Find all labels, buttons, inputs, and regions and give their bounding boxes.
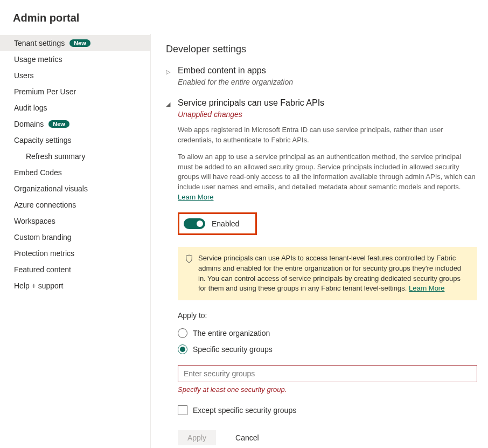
sidebar-item-protection-metrics[interactable]: Protection metrics (0, 245, 150, 261)
badge-new: New (69, 39, 90, 47)
setting-title: Embed content in apps (178, 66, 266, 75)
toggle-label: Enabled (212, 219, 239, 228)
sidebar-item-users[interactable]: Users (0, 67, 150, 84)
sidebar-item-workspaces[interactable]: Workspaces (0, 213, 150, 229)
expand-collapsed-icon: ▷ (166, 66, 173, 77)
info-box: Service principals can use APIs to acces… (178, 247, 477, 300)
description-text: Web apps registered in Microsoft Entra I… (178, 125, 477, 146)
apply-button[interactable]: Apply (178, 430, 216, 445)
radio-label: Specific security groups (193, 345, 273, 354)
sidebar-item-usage-metrics[interactable]: Usage metrics (0, 51, 150, 67)
learn-more-link[interactable]: Learn More (409, 284, 444, 292)
expand-expanded-icon: ◢ (166, 98, 173, 109)
description-text: To allow an app to use a service princip… (178, 152, 477, 203)
sidebar-item-label: Audit logs (14, 104, 47, 112)
setting-title: Service principals can use Fabric APIs (178, 98, 324, 108)
cancel-button[interactable]: Cancel (226, 430, 269, 445)
page-title: Admin portal (0, 0, 488, 34)
enabled-toggle[interactable] (184, 218, 205, 229)
sidebar-item-audit-logs[interactable]: Audit logs (0, 100, 150, 116)
sidebar-item-label: Workspaces (14, 217, 55, 225)
sidebar-item-label: Azure connections (14, 201, 76, 209)
badge-new: New (48, 120, 69, 128)
apply-to-label: Apply to: (178, 311, 477, 320)
sidebar-item-domains[interactable]: Domains New (0, 116, 150, 132)
sidebar-item-featured-content[interactable]: Featured content (0, 261, 150, 278)
shield-icon (185, 254, 193, 263)
radio-label: The entire organization (193, 329, 270, 337)
section-title: Developer settings (166, 44, 477, 55)
learn-more-link[interactable]: Learn More (178, 193, 213, 201)
sidebar-item-label: Premium Per User (14, 87, 76, 96)
sidebar-item-label: Capacity settings (14, 136, 72, 144)
sidebar-item-label: Custom branding (14, 233, 72, 242)
setting-subtitle: Enabled for the entire organization (178, 78, 477, 86)
radio-specific-security-groups[interactable]: Specific security groups (178, 341, 477, 357)
sidebar-item-label: Embed Codes (14, 168, 62, 177)
enabled-toggle-highlight: Enabled (178, 212, 257, 235)
checkbox-label: Except specific security groups (193, 406, 296, 415)
sidebar-item-label: Organizational visuals (14, 184, 88, 193)
checkbox-icon (178, 405, 187, 415)
sidebar-item-label: Help + support (14, 281, 63, 290)
sidebar: Tenant settings New Usage metrics Users … (0, 34, 151, 448)
sidebar-item-embed-codes[interactable]: Embed Codes (0, 164, 150, 181)
radio-entire-organization[interactable]: The entire organization (178, 325, 477, 341)
sidebar-item-label: Tenant settings (14, 39, 65, 47)
radio-icon (178, 328, 187, 338)
sidebar-item-custom-branding[interactable]: Custom branding (0, 229, 150, 245)
security-groups-input[interactable] (178, 365, 477, 382)
error-text: Specify at least one security group. (178, 385, 477, 394)
content-area: Developer settings ▷ Embed content in ap… (151, 34, 488, 448)
sidebar-item-help-support[interactable]: Help + support (0, 278, 150, 294)
setting-subtitle-unapplied: Unapplied changes (178, 110, 477, 119)
setting-header[interactable]: ▷ Embed content in apps (166, 66, 477, 77)
setting-embed-content: ▷ Embed content in apps Enabled for the … (166, 66, 477, 86)
setting-header[interactable]: ◢ Service principals can use Fabric APIs (166, 98, 477, 109)
sidebar-item-label: Featured content (14, 265, 71, 274)
except-specific-groups-checkbox-row[interactable]: Except specific security groups (178, 405, 477, 415)
sidebar-item-organizational-visuals[interactable]: Organizational visuals (0, 181, 150, 197)
sidebar-item-azure-connections[interactable]: Azure connections (0, 197, 150, 213)
sidebar-item-label: Usage metrics (14, 55, 62, 64)
sidebar-item-capacity-settings[interactable]: Capacity settings (0, 132, 150, 148)
sidebar-item-premium-per-user[interactable]: Premium Per User (0, 84, 150, 100)
sidebar-item-refresh-summary[interactable]: Refresh summary (0, 148, 150, 164)
sidebar-item-label: Users (14, 71, 34, 80)
setting-service-principals: ◢ Service principals can use Fabric APIs… (166, 98, 477, 445)
sidebar-item-label: Refresh summary (26, 152, 85, 161)
sidebar-item-label: Protection metrics (14, 249, 74, 258)
radio-icon (178, 344, 187, 354)
sidebar-item-label: Domains (14, 120, 44, 128)
sidebar-item-tenant-settings[interactable]: Tenant settings New (0, 35, 150, 51)
